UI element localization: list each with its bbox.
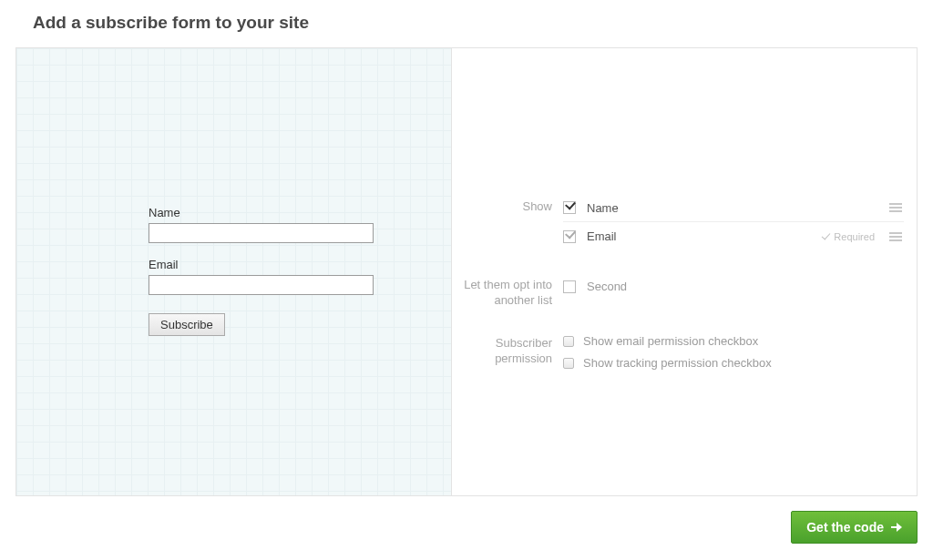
get-code-label: Get the code <box>806 520 884 535</box>
show-name-checkbox[interactable] <box>563 201 576 214</box>
required-badge: Required <box>822 231 875 242</box>
opt-item-second: Second <box>563 272 904 300</box>
preview-email-label: Email <box>149 258 451 271</box>
preview-name-input[interactable] <box>149 223 374 243</box>
arrow-right-icon <box>891 523 902 532</box>
show-email-text: Email <box>587 229 822 243</box>
page-title: Add a subscribe form to your site <box>0 0 933 33</box>
show-name-text: Name <box>587 201 884 215</box>
perm-email-row: Show email permission checkbox <box>563 331 904 352</box>
show-section: Show Name Email Required <box>452 194 904 250</box>
preview-pane: Name Email Subscribe <box>16 48 452 495</box>
permission-section-label: Subscriber permission <box>452 331 552 367</box>
opt-second-text: Second <box>587 280 902 293</box>
preview-subscribe-button[interactable]: Subscribe <box>149 313 225 336</box>
perm-tracking-checkbox[interactable] <box>563 358 574 369</box>
opt-list: Second <box>563 272 904 300</box>
show-field-name: Name <box>563 194 904 222</box>
drag-handle-icon[interactable] <box>889 203 902 212</box>
perm-tracking-text: Show tracking permission checkbox <box>583 356 772 370</box>
opt-section-label: Let them opt into another list <box>452 272 552 309</box>
preview-email-field: Email <box>149 258 451 295</box>
permission-section: Subscriber permission Show email permiss… <box>452 331 904 374</box>
settings-pane: Show Name Email Required Let them opt in… <box>452 48 917 495</box>
permission-list: Show email permission checkbox Show trac… <box>563 331 904 374</box>
get-code-button[interactable]: Get the code <box>791 511 918 544</box>
show-field-email: Email Required <box>563 222 904 250</box>
opt-section: Let them opt into another list Second <box>452 272 904 309</box>
perm-email-text: Show email permission checkbox <box>583 334 758 348</box>
show-fields-list: Name Email Required <box>563 194 904 250</box>
show-email-checkbox <box>563 230 576 243</box>
drag-handle-icon[interactable] <box>889 232 902 241</box>
opt-second-checkbox[interactable] <box>563 280 576 293</box>
editor-panels: Name Email Subscribe Show Name Email Req… <box>15 47 918 496</box>
preview-email-input[interactable] <box>149 275 374 295</box>
perm-tracking-row: Show tracking permission checkbox <box>563 352 904 374</box>
show-section-label: Show <box>452 194 552 215</box>
preview-name-field: Name <box>149 206 451 243</box>
preview-name-label: Name <box>149 206 451 219</box>
perm-email-checkbox[interactable] <box>563 336 574 347</box>
